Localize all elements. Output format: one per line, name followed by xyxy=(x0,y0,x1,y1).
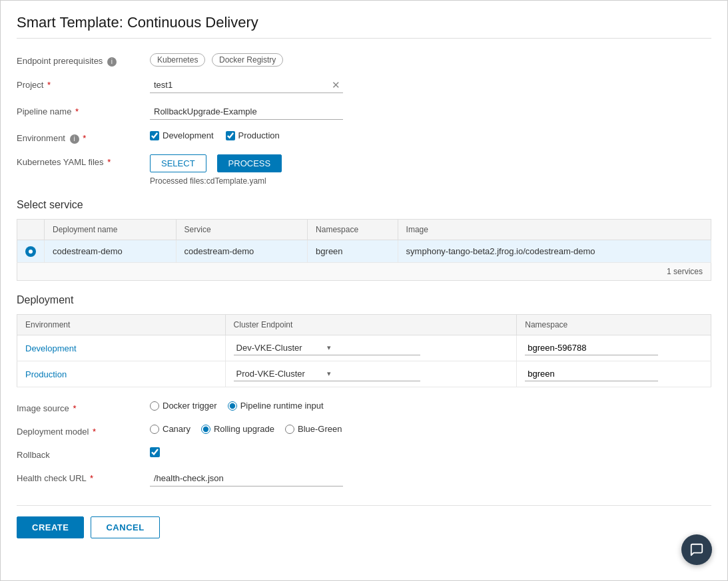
environment-row: Environment i * Development Production xyxy=(17,130,711,144)
pipeline-name-input[interactable] xyxy=(150,104,343,120)
badge-docker-registry: Docker Registry xyxy=(212,53,283,67)
env-info-icon[interactable]: i xyxy=(70,134,79,144)
env-production-checkbox[interactable] xyxy=(226,131,235,140)
env-production-label[interactable]: Production xyxy=(226,130,280,140)
project-input-wrapper: ✕ xyxy=(150,77,343,93)
project-label: Project * xyxy=(17,77,150,90)
dev-namespace-input[interactable] xyxy=(525,341,658,355)
health-check-label: Health check URL * xyxy=(17,471,150,483)
table-row[interactable]: codestream-demo codestream-demo bgreen s… xyxy=(17,240,711,263)
info-icon[interactable]: i xyxy=(107,57,117,67)
create-button[interactable]: CREATE xyxy=(17,516,84,538)
endpoint-prerequisites-row: Endpoint prerequisites i Kubernetes Dock… xyxy=(17,53,711,67)
processed-files: Processed files:cdTemplate.yaml xyxy=(150,176,711,186)
image-source-row: Image source * Docker trigger Pipeline r… xyxy=(17,401,711,413)
project-content: ✕ xyxy=(150,77,711,93)
environment-label: Environment i * xyxy=(17,130,150,144)
deployment-table-header: Environment Cluster Endpoint Namespace xyxy=(17,315,711,335)
prod-cluster-select[interactable]: Prod-VKE-Cluster ▾ xyxy=(234,367,420,381)
pipeline-name-content xyxy=(150,104,711,120)
cell-deployment-name: codestream-demo xyxy=(45,240,177,263)
img-src-pipeline-radio[interactable] xyxy=(228,401,237,411)
service-table: Deployment name Service Namespace Image … xyxy=(17,219,711,263)
deployment-section-title: Deployment xyxy=(17,294,711,306)
env-development-label[interactable]: Development xyxy=(150,130,214,140)
dep-namespace-prod xyxy=(517,361,711,387)
environment-checkboxes: Development Production xyxy=(150,130,711,140)
chevron-down-icon-prod: ▾ xyxy=(327,369,418,378)
badge-kubernetes: Kubernetes xyxy=(150,53,205,67)
dep-env-prod: Production xyxy=(17,361,226,387)
selected-dot xyxy=(25,246,36,257)
service-table-footer: 1 services xyxy=(17,263,711,281)
env-development-checkbox[interactable] xyxy=(150,131,159,140)
img-src-docker-radio[interactable] xyxy=(150,401,159,411)
chat-icon xyxy=(689,542,704,557)
select-button[interactable]: SELECT xyxy=(150,154,206,172)
service-table-header: Deployment name Service Namespace Image xyxy=(17,220,711,240)
dep-cluster-prod[interactable]: Prod-VKE-Cluster ▾ xyxy=(225,361,517,387)
deployment-row-dev: Development Dev-VKE-Cluster ▾ xyxy=(17,335,711,361)
dep-model-rolling-label[interactable]: Rolling upgrade xyxy=(201,424,274,434)
deployment-model-label: Deployment model * xyxy=(17,424,150,437)
cell-service: codestream-demo xyxy=(176,240,308,263)
col-deployment-name: Deployment name xyxy=(45,220,177,240)
k8s-yaml-row: Kubernetes YAML files * SELECT PROCESS P… xyxy=(17,154,711,186)
dep-model-canary-radio[interactable] xyxy=(150,425,159,434)
deployment-model-options: Canary Rolling upgrade Blue-Green xyxy=(150,424,711,434)
row-selector xyxy=(17,240,45,263)
page-container: Smart Template: Continuous Delivery Endp… xyxy=(0,0,728,581)
process-button[interactable]: PROCESS xyxy=(217,154,282,172)
prod-namespace-input[interactable] xyxy=(525,367,658,381)
deployment-table: Environment Cluster Endpoint Namespace D… xyxy=(17,314,711,387)
deployment-row-prod: Production Prod-VKE-Cluster ▾ xyxy=(17,361,711,387)
cell-namespace: bgreen xyxy=(308,240,398,263)
health-check-row: Health check URL * xyxy=(17,471,711,486)
dep-model-bluegreen-radio[interactable] xyxy=(285,425,294,434)
dep-col-cluster: Cluster Endpoint xyxy=(225,315,517,335)
k8s-yaml-content: SELECT PROCESS Processed files:cdTemplat… xyxy=(150,154,711,186)
img-src-pipeline-label[interactable]: Pipeline runtime input xyxy=(228,401,324,411)
rollback-content xyxy=(150,447,711,459)
endpoint-label: Endpoint prerequisites i xyxy=(17,53,150,67)
rollback-row: Rollback xyxy=(17,447,711,460)
rollback-checkbox[interactable] xyxy=(150,447,160,457)
col-service: Service xyxy=(176,220,308,240)
endpoint-badges: Kubernetes Docker Registry xyxy=(150,53,711,67)
pipeline-name-label: Pipeline name * xyxy=(17,104,150,116)
health-check-input[interactable] xyxy=(150,471,343,486)
health-check-content xyxy=(150,471,711,486)
project-row: Project * ✕ xyxy=(17,77,711,93)
cancel-button[interactable]: CANCEL xyxy=(91,516,159,538)
k8s-yaml-label: Kubernetes YAML files * xyxy=(17,154,150,167)
col-namespace: Namespace xyxy=(308,220,398,240)
image-source-label: Image source * xyxy=(17,401,150,413)
img-src-docker-label[interactable]: Docker trigger xyxy=(150,401,217,411)
dep-cluster-dev[interactable]: Dev-VKE-Cluster ▾ xyxy=(225,335,517,361)
project-clear-btn[interactable]: ✕ xyxy=(329,79,343,91)
dep-model-canary-label[interactable]: Canary xyxy=(150,424,190,434)
dep-col-env: Environment xyxy=(17,315,226,335)
image-source-options: Docker trigger Pipeline runtime input xyxy=(150,401,711,411)
deployment-model-row: Deployment model * Canary Rolling upgrad… xyxy=(17,424,711,437)
col-image: Image xyxy=(398,220,711,240)
pipeline-name-row: Pipeline name * xyxy=(17,104,711,120)
chat-button[interactable] xyxy=(681,534,712,565)
cell-image: symphony-tango-beta2.jfrog.io/codestream… xyxy=(398,240,711,263)
dep-model-rolling-radio[interactable] xyxy=(201,425,210,434)
dep-env-dev: Development xyxy=(17,335,226,361)
col-selector-header xyxy=(17,220,45,240)
page-title: Smart Template: Continuous Delivery xyxy=(17,14,711,39)
rollback-label: Rollback xyxy=(17,447,150,460)
bottom-bar: CREATE CANCEL xyxy=(17,505,711,538)
dep-namespace-dev xyxy=(517,335,711,361)
dep-col-namespace: Namespace xyxy=(517,315,711,335)
chevron-down-icon: ▾ xyxy=(327,343,418,352)
dep-model-bluegreen-label[interactable]: Blue-Green xyxy=(285,424,342,434)
dev-cluster-select[interactable]: Dev-VKE-Cluster ▾ xyxy=(234,341,420,355)
select-service-title: Select service xyxy=(17,199,711,211)
project-input[interactable] xyxy=(150,77,329,93)
